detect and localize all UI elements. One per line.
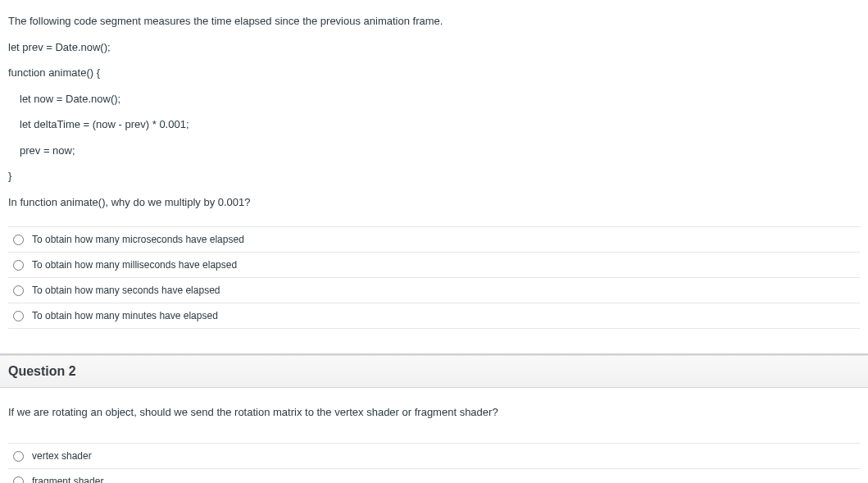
question-divider — [0, 329, 868, 355]
question-2: If we are rotating an object, should we … — [0, 388, 868, 483]
q1-code-line: prev = now; — [8, 138, 860, 164]
option-label: To obtain how many seconds have elapsed — [32, 285, 220, 296]
q1-code-line: } — [8, 163, 860, 189]
q1-options: To obtain how many microseconds have ela… — [8, 226, 860, 329]
q2-prompt: If we are rotating an object, should we … — [8, 401, 860, 431]
q1-option[interactable]: To obtain how many minutes have elapsed — [8, 303, 860, 329]
q2-option[interactable]: fragment shader — [8, 469, 860, 483]
q1-code-line: let deltaTime = (now - prev) * 0.001; — [8, 112, 860, 138]
option-label: To obtain how many minutes have elapsed — [32, 310, 218, 321]
q2-option[interactable]: vertex shader — [8, 444, 860, 469]
q1-option[interactable]: To obtain how many microseconds have ela… — [8, 227, 860, 253]
radio-input[interactable] — [13, 260, 24, 271]
radio-input[interactable] — [13, 311, 24, 321]
option-label: fragment shader — [32, 476, 103, 483]
option-label: To obtain how many milliseconds have ela… — [32, 259, 237, 271]
q1-code-line: let prev = Date.now(); — [8, 34, 860, 61]
q1-ask: In function animate(), why do we multipl… — [8, 189, 860, 216]
q1-intro: The following code segment measures the … — [8, 8, 860, 34]
radio-input[interactable] — [13, 451, 24, 462]
q1-option[interactable]: To obtain how many milliseconds have ela… — [8, 253, 860, 278]
question-1: The following code segment measures the … — [0, 0, 868, 329]
q2-options: vertex shader fragment shader — [8, 443, 860, 483]
radio-input[interactable] — [13, 476, 24, 484]
option-label: To obtain how many microseconds have ela… — [32, 234, 244, 245]
radio-input[interactable] — [13, 235, 24, 245]
q1-code-line: function animate() { — [8, 60, 860, 86]
option-label: vertex shader — [32, 450, 92, 462]
question-2-header: Question 2 — [0, 355, 868, 388]
radio-input[interactable] — [13, 285, 24, 296]
q1-code-line: let now = Date.now(); — [8, 86, 860, 112]
q1-option[interactable]: To obtain how many seconds have elapsed — [8, 278, 860, 303]
